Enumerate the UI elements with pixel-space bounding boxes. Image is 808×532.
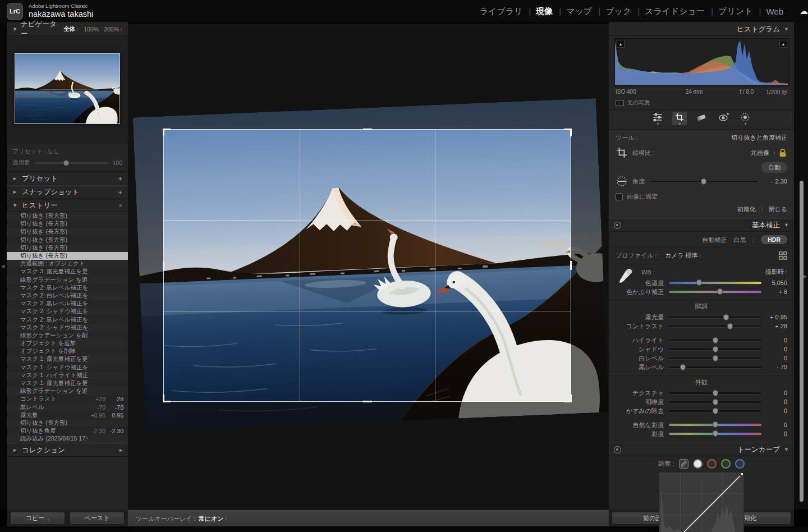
add-preset-button[interactable]: +	[118, 175, 122, 183]
angle-slider-thumb[interactable]	[701, 178, 706, 185]
slider-thumb[interactable]	[713, 346, 718, 352]
tool-overlay-value[interactable]: 常にオン	[199, 515, 224, 523]
collapse-right-panel-arrow[interactable]: ▶	[804, 274, 807, 279]
zoom-200-option[interactable]: 200%	[104, 26, 119, 33]
crop-handle-bottom-left[interactable]	[163, 395, 164, 402]
amount-slider-thumb[interactable]	[63, 160, 68, 166]
module-tab[interactable]: Web	[754, 7, 784, 16]
add-collection-button[interactable]: +	[118, 446, 122, 455]
history-step-row[interactable]: 切り抜き (長方形)	[7, 212, 128, 220]
history-step-row[interactable]: マスク 2: 黒レベル補正を更新	[7, 300, 128, 308]
angle-level-icon[interactable]	[616, 176, 628, 187]
zoom-100-option[interactable]: 100%	[84, 26, 99, 33]
histogram-header[interactable]: ヒストグラム ▼	[609, 22, 794, 36]
history-step-row[interactable]: 切り抜き (長方形)	[7, 244, 128, 252]
slider-track[interactable]	[669, 410, 761, 412]
healing-tool[interactable]	[694, 112, 709, 125]
slider-thumb[interactable]	[723, 314, 729, 320]
slider-thumb[interactable]	[713, 390, 718, 396]
slider-row[interactable]: 白レベル 0	[609, 354, 794, 363]
slider-track[interactable]	[669, 357, 761, 359]
history-step-row[interactable]: オブジェクト を削除	[7, 347, 128, 355]
slider-track[interactable]	[669, 340, 761, 341]
history-step-row[interactable]: マスク 2: 黒レベル補正を更新	[7, 284, 128, 292]
wb-value[interactable]: 撮影時	[765, 268, 784, 276]
snapshots-panel-header[interactable]: ► スナップショット +	[7, 185, 128, 199]
slider-thumb[interactable]	[680, 364, 686, 370]
slider-thumb[interactable]	[713, 421, 718, 428]
module-tab[interactable]: スライドショー	[632, 6, 705, 17]
slider-row[interactable]: ハイライト 0	[609, 336, 794, 345]
aspect-crop-icon[interactable]	[616, 147, 628, 158]
profile-browser-icon[interactable]	[779, 251, 787, 260]
module-tab[interactable]: ライブラリ	[479, 6, 524, 17]
slider-track[interactable]	[669, 401, 761, 403]
point-curve-button[interactable]	[693, 459, 703, 469]
crop-bounding-box[interactable]	[163, 129, 571, 402]
constrain-checkbox[interactable]	[616, 193, 623, 200]
navigator-header[interactable]: ▼ ナビゲーター 全体↕ 100% 200%↕	[7, 22, 128, 36]
slider-row[interactable]: 明瞭度 0	[609, 397, 794, 406]
slider-row[interactable]: コントラスト + 28	[609, 322, 794, 331]
history-step-row[interactable]: 線形グラデーション を削除	[7, 332, 128, 340]
history-step-row[interactable]: マスク 2: 白レベル補正を更新	[7, 292, 128, 300]
history-step-row[interactable]: マスク 2: シャドウ補正を更新	[7, 308, 128, 315]
history-step-row[interactable]: 切り抜き角度 -2.30 -2.30	[7, 427, 128, 435]
panel-toggle-icon[interactable]	[614, 222, 621, 229]
module-tab[interactable]: プリント	[705, 6, 753, 17]
crop-reset-button[interactable]: 初期化	[737, 205, 756, 214]
slider-thumb[interactable]	[713, 408, 718, 414]
slider-thumb[interactable]	[713, 430, 718, 437]
crop-tool[interactable]	[672, 112, 687, 125]
zoom-fit-option[interactable]: 全体	[63, 25, 75, 33]
module-tab[interactable]: マップ	[553, 6, 593, 17]
angle-slider[interactable]	[650, 181, 757, 182]
history-step-row[interactable]: 切り抜き (長方形)	[7, 236, 128, 244]
blue-channel-button[interactable]	[735, 459, 745, 469]
slider-track[interactable]	[669, 424, 761, 426]
slider-track[interactable]	[669, 392, 761, 394]
slider-track[interactable]	[669, 325, 761, 327]
tone-curve-graph[interactable]	[659, 472, 744, 532]
history-step-row[interactable]: マスク 2: シャドウ補正を更新	[7, 324, 128, 332]
crop-close-button[interactable]: 閉じる	[768, 205, 787, 214]
history-step-row[interactable]: 切り抜き (長方形)	[7, 252, 128, 260]
slider-row[interactable]: 色温度 5,050	[609, 278, 794, 287]
hdr-button[interactable]: HDR	[761, 235, 787, 244]
slider-thumb[interactable]	[717, 288, 723, 295]
crop-handle-top-right[interactable]	[570, 129, 572, 136]
panel-toggle-icon[interactable]	[614, 446, 621, 453]
crop-handle-top-left[interactable]	[163, 129, 164, 136]
highlight-clipping-indicator[interactable]: ▲	[779, 40, 787, 48]
history-step-row[interactable]: マスク 2: 黒レベル補正を更新	[7, 315, 128, 323]
wb-eyedropper-icon[interactable]	[617, 267, 633, 286]
histogram-display[interactable]: ▲ ▲	[614, 38, 789, 86]
red-channel-button[interactable]	[707, 459, 717, 469]
slider-track[interactable]	[669, 366, 761, 368]
amount-slider[interactable]	[35, 162, 108, 164]
auto-tone-button[interactable]: 自動補正	[702, 236, 727, 244]
slider-thumb[interactable]	[727, 323, 733, 329]
slider-track[interactable]	[669, 433, 761, 435]
crop-handle-bottom[interactable]	[363, 401, 372, 402]
slider-track[interactable]	[669, 348, 761, 350]
original-photo-row[interactable]: 元の写真	[609, 97, 794, 109]
presets-panel-header[interactable]: ► プリセット +	[7, 172, 128, 185]
history-step-row[interactable]: マスク 3: 露光量補正を更新	[7, 268, 128, 276]
history-step-row[interactable]: 切り抜き (長方形)	[7, 419, 128, 427]
profile-value[interactable]: カメラ 標準	[665, 251, 698, 260]
history-step-row[interactable]: 読み込み (2025/04/15 17:05:00)	[7, 435, 128, 443]
history-step-row[interactable]: コントラスト +28 28	[7, 395, 128, 403]
basic-panel-header[interactable]: 基本補正 ▼	[609, 218, 794, 232]
slider-track[interactable]	[669, 317, 761, 318]
history-step-row[interactable]: マスク 1: 露光量補正を更新	[7, 355, 128, 363]
history-step-row[interactable]: マスク 1: シャドウ補正を更新	[7, 364, 128, 372]
crop-handle-bottom-right[interactable]	[570, 395, 572, 402]
slider-thumb[interactable]	[713, 399, 718, 405]
paste-button[interactable]: ペースト	[70, 512, 125, 525]
green-channel-button[interactable]	[721, 459, 731, 469]
history-step-row[interactable]: オブジェクト を追加	[7, 340, 128, 347]
shadow-clipping-indicator[interactable]: ▲	[617, 40, 625, 48]
slider-row[interactable]: 露光量 + 0.95	[609, 313, 794, 322]
edit-sliders-tool[interactable]	[650, 112, 665, 125]
